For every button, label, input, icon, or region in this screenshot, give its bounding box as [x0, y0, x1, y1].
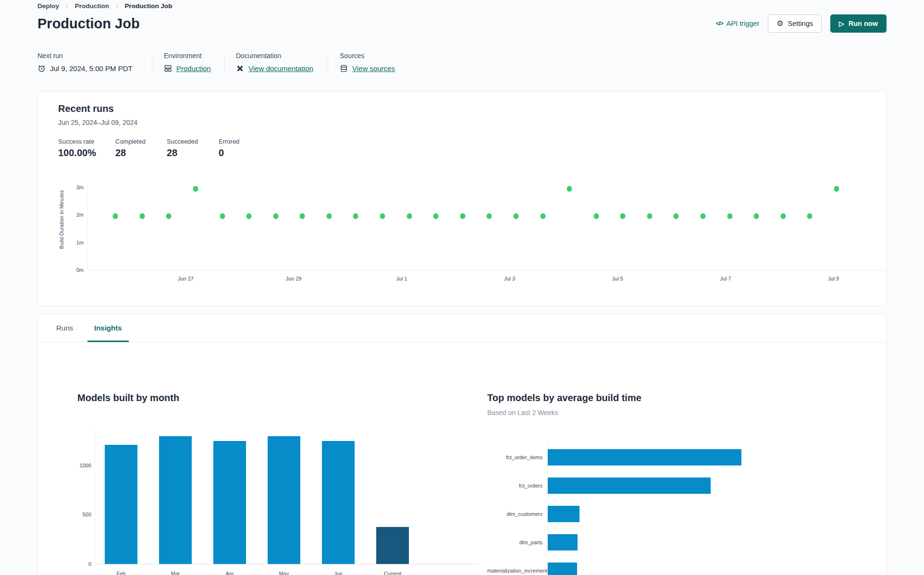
build-duration-chart: Build Duration in Minutes 0m1m2m3mJun 27… [38, 172, 886, 283]
scatter-x-tick: Jul 3 [504, 276, 515, 281]
run-data-point[interactable] [807, 213, 813, 219]
scatter-y-tick: 1m [70, 240, 84, 245]
build-time-bar [548, 563, 577, 575]
vbar-y-tick: 1000 [77, 463, 91, 468]
breadcrumb-production[interactable]: Production [75, 2, 109, 10]
breadcrumb: Deploy › Production › Production Job [37, 2, 172, 10]
month-bar [322, 441, 355, 564]
header-actions: </> API trigger ⚙ Settings ▷ Run now [716, 14, 887, 33]
build-time-bar [548, 506, 579, 522]
scatter-y-tick: 2m [70, 212, 84, 218]
environment-icon [164, 64, 172, 73]
vbar-y-tick: 500 [77, 512, 91, 517]
scatter-x-tick: Jul 1 [396, 276, 407, 281]
environment-label: Environment [164, 52, 211, 60]
page-header: Production Job </> API trigger ⚙ Setting… [37, 14, 887, 33]
database-icon [340, 64, 348, 73]
stat-success-rate: Success rate 100.00% [58, 138, 115, 159]
model-row: dim_customers [487, 500, 785, 528]
month-label: May [268, 571, 300, 575]
chevron-right-icon: › [66, 2, 68, 10]
run-data-point[interactable] [780, 213, 786, 219]
stat-succeeded: Succeeded 28 [167, 138, 219, 159]
run-data-point[interactable] [513, 213, 518, 219]
settings-button[interactable]: ⚙ Settings [768, 14, 822, 33]
run-now-button[interactable]: ▷ Run now [830, 14, 887, 33]
run-now-label: Run now [849, 20, 878, 27]
next-run-label: Next run [37, 52, 139, 60]
top-models-subtitle: Based on Last 2 Weeks [487, 409, 558, 416]
model-row: materialization_incremental [487, 556, 785, 575]
run-data-point[interactable] [593, 213, 599, 219]
production-job-page: Deploy › Production › Production Job Pro… [0, 0, 924, 575]
month-label: Jun [322, 571, 355, 575]
hbar-track [547, 556, 763, 575]
scatter-x-tick: Jun 29 [286, 276, 302, 281]
scatter-y-tick: 0m [70, 267, 84, 273]
api-trigger-label: API trigger [727, 20, 760, 27]
meta-documentation: Documentation View documentation [224, 52, 328, 73]
run-data-point[interactable] [113, 213, 118, 219]
run-data-point[interactable] [326, 213, 332, 219]
recent-runs-title: Recent runs [58, 103, 114, 114]
scatter-x-tick: Jul 9 [828, 276, 839, 281]
model-name-label: fct_order_items [487, 454, 547, 460]
dbt-docs-icon [236, 64, 244, 73]
model-row: fct_orders [487, 471, 785, 500]
run-data-point[interactable] [567, 186, 572, 192]
tab-list: Runs Insights [38, 314, 886, 343]
run-data-point[interactable] [353, 213, 358, 219]
run-data-point[interactable] [727, 213, 732, 219]
scatter-x-tick: Jul 5 [612, 276, 623, 281]
view-sources-link[interactable]: View sources [352, 64, 395, 73]
meta-next-run: Next run Jul 9, 2024, 5:00 PM PDT [37, 52, 152, 73]
run-data-point[interactable] [460, 213, 465, 219]
next-run-value: Jul 9, 2024, 5:00 PM PDT [50, 64, 133, 73]
environment-link[interactable]: Production [176, 64, 211, 73]
run-data-point[interactable] [701, 213, 706, 219]
build-time-bar [548, 534, 578, 551]
stat-completed: Completed 28 [115, 138, 167, 159]
run-data-point[interactable] [273, 213, 278, 219]
gear-icon: ⚙ [776, 20, 783, 27]
tab-runs[interactable]: Runs [46, 314, 84, 342]
run-data-point[interactable] [166, 213, 172, 219]
run-data-point[interactable] [620, 213, 626, 219]
breadcrumb-deploy[interactable]: Deploy [37, 2, 59, 10]
scatter-x-tick: Jul 7 [720, 276, 731, 281]
run-data-point[interactable] [407, 213, 412, 219]
run-data-point[interactable] [540, 213, 545, 219]
run-data-point[interactable] [674, 213, 679, 219]
view-documentation-link[interactable]: View documentation [248, 64, 313, 73]
run-data-point[interactable] [834, 186, 839, 192]
model-name-label: materialization_incremental [487, 568, 547, 574]
run-data-point[interactable] [433, 213, 439, 219]
stat-errored: Errored 0 [219, 138, 262, 159]
page-title: Production Job [37, 16, 140, 32]
alarm-clock-icon [37, 64, 46, 73]
hbar-track [547, 443, 763, 471]
run-data-point[interactable] [754, 213, 759, 219]
month-bar [268, 436, 300, 564]
run-data-point[interactable] [647, 213, 652, 219]
hbar-track [547, 500, 763, 528]
tab-insights[interactable]: Insights [84, 314, 133, 342]
model-row: fct_order_items [487, 443, 785, 471]
month-label: Mar [159, 571, 192, 575]
run-data-point[interactable] [139, 213, 145, 219]
api-trigger-link[interactable]: </> API trigger [716, 20, 760, 27]
run-data-point[interactable] [300, 213, 305, 219]
run-data-point[interactable] [220, 213, 225, 219]
model-row: dim_parts [487, 528, 785, 556]
settings-label: Settings [788, 20, 813, 27]
run-data-point[interactable] [193, 186, 198, 192]
run-data-point[interactable] [246, 213, 252, 219]
chevron-right-icon: › [116, 2, 118, 10]
month-label: Current [376, 571, 409, 575]
run-data-point[interactable] [380, 213, 385, 219]
month-label: Feb [105, 571, 137, 575]
run-data-point[interactable] [487, 213, 492, 219]
models-by-month-title: Models built by month [77, 392, 179, 404]
month-bar [105, 445, 137, 564]
models-by-month-plot: 05001000FebMarAprMayJunCurrent [95, 431, 479, 564]
